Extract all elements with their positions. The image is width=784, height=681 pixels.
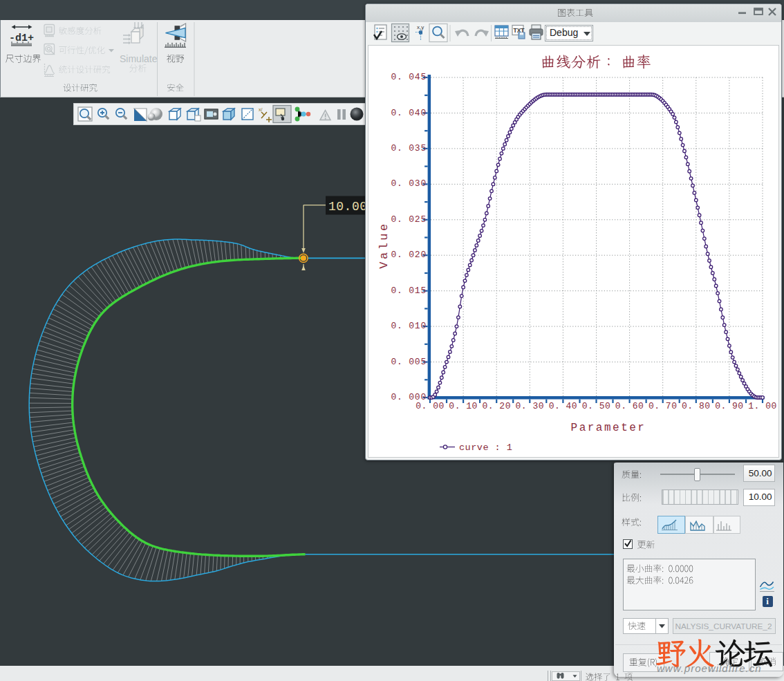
svg-text:Simulate: Simulate <box>120 53 158 64</box>
